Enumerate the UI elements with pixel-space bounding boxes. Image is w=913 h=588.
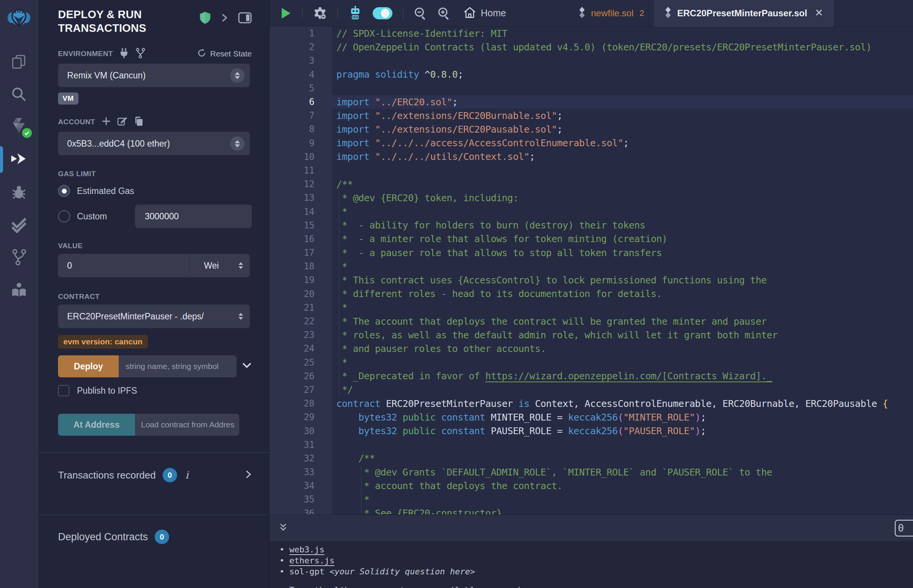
estimated-gas-radio[interactable] bbox=[58, 185, 70, 197]
code-line: 20 * different roles - head to its docum… bbox=[270, 287, 913, 301]
sidebar-item-unit-testing[interactable] bbox=[0, 208, 38, 241]
sidebar-item-plugin-learneth[interactable] bbox=[0, 273, 38, 306]
constructor-args-input[interactable]: string name, string symbol bbox=[119, 355, 236, 377]
remix-logo-icon bbox=[7, 7, 31, 29]
code-line: 14 * bbox=[270, 205, 913, 218]
publish-ipfs-label: Publish to IPFS bbox=[77, 386, 137, 396]
code-line: 26 * _Deprecated in favor of https://wiz… bbox=[270, 369, 913, 383]
sign-message-icon[interactable] bbox=[117, 116, 128, 128]
custom-gas-radio[interactable] bbox=[58, 210, 70, 222]
divider bbox=[302, 8, 303, 18]
solidity-file-icon bbox=[664, 7, 672, 20]
divider bbox=[337, 7, 338, 20]
copy-account-icon[interactable] bbox=[134, 116, 144, 128]
zoom-out-icon[interactable] bbox=[409, 0, 432, 26]
tab-label: newfile.sol bbox=[591, 8, 634, 19]
sidebar-item-deploy-run[interactable] bbox=[0, 143, 38, 176]
add-account-icon[interactable] bbox=[101, 116, 111, 128]
close-tab-icon[interactable] bbox=[815, 8, 823, 18]
code-line: 19 * This contract uses {AccessControl} … bbox=[270, 273, 913, 287]
terminal-link[interactable]: web3.js bbox=[289, 545, 325, 554]
code-line: 9import "../../../access/AccessControlEn… bbox=[270, 136, 913, 150]
code-line: 21 * bbox=[270, 301, 913, 315]
environment-select[interactable]: Remix VM (Cancun) bbox=[58, 64, 250, 87]
sidebar-item-search[interactable] bbox=[0, 78, 38, 111]
terminal-bar[interactable]: 0 bbox=[270, 515, 913, 541]
code-line: 34 * account that deploys the contract. bbox=[270, 479, 913, 493]
code-line: 12/** bbox=[270, 177, 913, 191]
deploy-button[interactable]: Deploy bbox=[58, 355, 119, 377]
value-input[interactable]: 0 bbox=[58, 261, 189, 271]
code-line: 6import "../ERC20.sol"; bbox=[270, 95, 913, 109]
code-line: 36 * See {ERC20-constructor}. bbox=[270, 507, 913, 515]
expand-constructor-icon[interactable] bbox=[242, 362, 252, 370]
code-line: 8import "../extensions/ERC20Pausable.sol… bbox=[270, 123, 913, 136]
info-icon: i bbox=[185, 469, 188, 481]
run-script-button[interactable] bbox=[275, 0, 297, 26]
script-config-gear-icon[interactable] bbox=[308, 0, 332, 26]
code-line: 33 * @dev Grants `DEFAULT_ADMIN_ROLE`, `… bbox=[270, 465, 913, 479]
value-unit-select[interactable]: Wei bbox=[189, 254, 250, 277]
remix-ai-robot-icon[interactable] bbox=[343, 0, 367, 26]
active-indicator bbox=[0, 146, 3, 173]
transactions-recorded-label: Transactions recorded bbox=[58, 469, 156, 481]
divider bbox=[403, 7, 403, 20]
expand-terminal-icon[interactable] bbox=[279, 522, 288, 535]
at-address-button[interactable]: At Address bbox=[58, 414, 135, 436]
code-line: 17 * - a pauser role that allows to stop… bbox=[270, 246, 913, 260]
code-line: 5 bbox=[270, 81, 913, 95]
home-tab[interactable]: Home bbox=[456, 0, 512, 26]
editor-area: Home newfile.sol 2 bbox=[270, 0, 913, 588]
terminal-text: <your Solidity question here> bbox=[330, 567, 475, 576]
custom-gas-input[interactable]: 3000000 bbox=[135, 205, 252, 228]
plug-icon[interactable] bbox=[119, 48, 129, 60]
fork-environment-icon[interactable] bbox=[135, 48, 146, 60]
home-label: Home bbox=[481, 8, 506, 19]
sidebar-item-solidity-compiler[interactable] bbox=[0, 111, 38, 143]
editor-toolbar: Home newfile.sol 2 bbox=[270, 0, 913, 26]
pin-panel-icon[interactable] bbox=[238, 12, 252, 25]
code-line: 28contract ERC20PresetMinterPauser is Co… bbox=[270, 397, 913, 410]
tab-erc20presetminterpauser[interactable]: ERC20PresetMinterPauser.sol bbox=[654, 0, 834, 26]
refresh-icon bbox=[197, 48, 206, 60]
contract-arrows-icon bbox=[238, 313, 243, 320]
reset-state-button[interactable]: Reset State bbox=[197, 48, 252, 60]
code-lines: 1// SPDX-License-Identifier: MIT2// Open… bbox=[270, 26, 913, 515]
transactions-count-badge: 0 bbox=[163, 468, 177, 482]
account-value: 0x5B3...eddC4 (100 ether) bbox=[67, 139, 170, 149]
code-line: 3 bbox=[270, 54, 913, 68]
tab-newfile[interactable]: newfile.sol 2 bbox=[568, 0, 654, 26]
search-icon bbox=[11, 86, 27, 103]
code-line: 18 * bbox=[270, 260, 913, 273]
terminal-line bbox=[279, 577, 913, 585]
terminal-text: Type the library name to see available c… bbox=[289, 585, 531, 588]
at-address-input[interactable]: Load contract from Addres bbox=[135, 414, 239, 436]
terminal-search-box[interactable] bbox=[895, 520, 913, 536]
shield-icon bbox=[199, 11, 211, 26]
code-editor[interactable]: 1// SPDX-License-Identifier: MIT2// Open… bbox=[270, 26, 913, 515]
code-line: 13 * @dev {ERC20} token, including: bbox=[270, 191, 913, 205]
select-arrows-icon bbox=[230, 68, 244, 82]
custom-gas-label: Custom bbox=[77, 212, 107, 221]
zoom-in-icon[interactable] bbox=[432, 0, 456, 26]
contract-select[interactable]: ERC20PresetMinterPauser - .deps/ bbox=[58, 305, 250, 328]
ai-copilot-toggle[interactable] bbox=[367, 0, 398, 26]
sidebar-item-debugger[interactable] bbox=[0, 176, 38, 208]
terminal-link[interactable]: ethers.js bbox=[289, 556, 334, 565]
select-arrows-icon bbox=[230, 136, 244, 151]
remix-logo[interactable] bbox=[0, 0, 38, 36]
account-select[interactable]: 0x5B3...eddC4 (100 ether) bbox=[58, 132, 250, 155]
account-label: ACCOUNT bbox=[58, 118, 95, 126]
reset-state-label: Reset State bbox=[210, 49, 252, 58]
chevron-right-icon[interactable] bbox=[221, 12, 228, 25]
sidebar-item-file-explorer[interactable] bbox=[0, 45, 38, 78]
expand-transactions-icon[interactable] bbox=[245, 469, 252, 481]
terminal[interactable]: •web3.js•ethers.js•sol-gpt <your Solidit… bbox=[270, 541, 913, 588]
estimated-gas-label: Estimated Gas bbox=[77, 186, 134, 196]
deploy-run-icon bbox=[10, 152, 28, 167]
double-check-icon bbox=[10, 216, 28, 233]
publish-ipfs-checkbox[interactable] bbox=[58, 385, 70, 396]
sidebar-item-source-control[interactable] bbox=[0, 241, 38, 273]
terminal-line: •sol-gpt <your Solidity question here> bbox=[279, 566, 913, 577]
transactions-recorded-row[interactable]: Transactions recorded 0 i bbox=[38, 453, 269, 498]
